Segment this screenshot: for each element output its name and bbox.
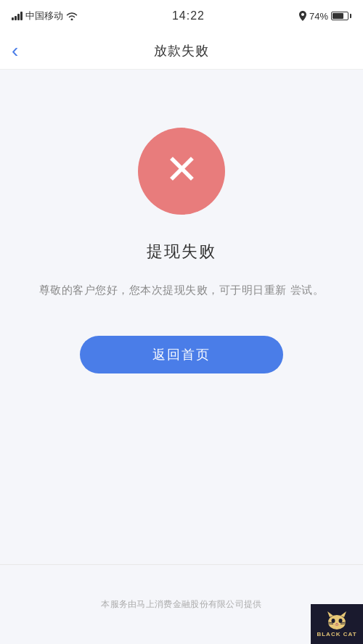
battery-icon <box>331 12 351 20</box>
status-right: 74% <box>299 11 351 22</box>
error-x-icon: ✕ <box>165 149 199 190</box>
battery-percent: 74% <box>309 11 328 22</box>
nav-title: 放款失败 <box>154 42 209 59</box>
svg-point-3 <box>332 619 335 623</box>
svg-point-4 <box>339 619 343 623</box>
status-bar: 中国移动 14:22 74% <box>0 0 363 32</box>
cat-logo-icon <box>325 611 349 629</box>
back-button[interactable]: ‹ <box>12 41 18 61</box>
svg-line-7 <box>328 624 333 624</box>
signal-icon <box>12 12 23 20</box>
wifi-icon <box>66 12 78 20</box>
error-description: 尊敬的客户您好，您本次提现失败，可于明日重新 尝试。 <box>39 280 324 300</box>
main-content: ✕ 提现失败 尊敬的客户您好，您本次提现失败，可于明日重新 尝试。 返回首页 <box>0 70 363 402</box>
error-title: 提现失败 <box>147 241 216 263</box>
location-icon <box>299 11 306 21</box>
svg-point-0 <box>328 615 346 629</box>
time-label: 14:22 <box>172 9 205 22</box>
svg-point-5 <box>336 623 338 624</box>
back-icon: ‹ <box>12 41 18 61</box>
footer: 本服务由马上消费金融股份有限公司提供 BLACK CAT <box>0 564 363 644</box>
svg-line-9 <box>340 624 346 624</box>
error-icon-circle: ✕ <box>138 128 225 215</box>
return-home-button[interactable]: 返回首页 <box>80 336 283 373</box>
footer-text: 本服务由马上消费金融股份有限公司提供 <box>101 598 261 611</box>
brand-label: BLACK CAT <box>317 631 356 637</box>
carrier-label: 中国移动 <box>25 9 63 22</box>
status-left: 中国移动 <box>12 9 78 22</box>
black-cat-badge: BLACK CAT <box>311 604 363 644</box>
nav-bar: ‹ 放款失败 <box>0 32 363 70</box>
